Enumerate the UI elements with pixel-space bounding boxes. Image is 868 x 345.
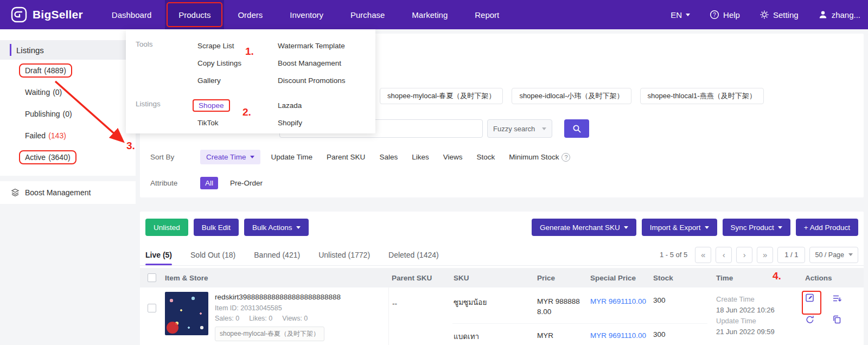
tab-banned[interactable]: Banned (421) <box>254 244 300 265</box>
import-export-label: Import & Export <box>650 223 701 232</box>
annotation-box-edit <box>802 291 821 315</box>
active-label: Active <box>25 153 46 162</box>
variants-cell: ซูมซูมน้อย MYR 9888888.00 MYR 9691110.00… <box>452 288 707 345</box>
nav-dashboard[interactable]: Dashboard <box>98 0 165 29</box>
annotation-number-1: 1. <box>245 46 254 58</box>
tab-live[interactable]: Live (5) <box>145 244 172 265</box>
sort-option-create-time[interactable]: Create Time <box>200 150 260 164</box>
tab-sold-out[interactable]: Sold Out (18) <box>190 244 235 265</box>
row-checkbox[interactable] <box>148 304 156 312</box>
language-label: EN <box>671 10 682 20</box>
sidebar-item-draft[interactable]: Draft (4889) <box>0 60 136 81</box>
product-store-tag: shopee-mylocal-春夏（及时下架） <box>215 327 324 341</box>
attribute-row: Attribute All Pre-Order <box>150 177 277 189</box>
variation-list-button[interactable] <box>832 293 848 315</box>
menu-item-watermark-template[interactable]: Watermark Template <box>278 37 358 54</box>
add-product-button[interactable]: + Add Product <box>796 219 858 236</box>
search-mode-label: Fuzzy search <box>493 125 535 133</box>
next-page-button[interactable]: › <box>736 247 752 263</box>
menu-item-gallery[interactable]: Gallery <box>197 72 278 89</box>
sidebar-item-waiting[interactable]: Waiting (0) <box>0 81 136 103</box>
app-logo[interactable]: BigSeller <box>0 7 98 23</box>
search-mode-select[interactable]: Fuzzy search <box>487 119 552 138</box>
pagination-range: 1 - 5 of 5 <box>660 251 687 259</box>
import-export-button[interactable]: Import & Export <box>642 219 717 236</box>
failed-count: (143) <box>48 131 66 140</box>
sort-option-stock[interactable]: Stock <box>476 153 495 161</box>
product-image[interactable] <box>165 292 208 335</box>
sort-option-views[interactable]: Views <box>443 153 463 161</box>
sidebar-item-failed[interactable]: Failed (143) <box>0 125 136 146</box>
nav-inventory[interactable]: Inventory <box>276 0 337 29</box>
toolbar-right: Generate Merchant SKU Import & Export Sy… <box>532 219 858 236</box>
store-tag[interactable]: shopee-thlocal1-燕燕（及时下架） <box>640 88 764 104</box>
tab-unlisted[interactable]: Unlisted (1772) <box>318 244 370 265</box>
sort-option-likes[interactable]: Likes <box>412 153 429 161</box>
menu-item-scrape-list[interactable]: Scrape List <box>197 37 278 54</box>
nav-report[interactable]: Report <box>461 0 513 29</box>
nav-products[interactable]: Products <box>165 0 224 29</box>
sort-option-parent-sku[interactable]: Parent SKU <box>327 153 365 161</box>
menu-item-tiktok[interactable]: TikTok <box>197 114 278 131</box>
annotation-number-3: 3. <box>126 140 135 152</box>
first-page-button[interactable]: « <box>695 247 711 263</box>
prev-page-button[interactable]: ‹ <box>716 247 732 263</box>
menu-item-copy-listings[interactable]: Copy Listings <box>197 54 278 72</box>
variant-special-price[interactable]: MYR 9691110.00 <box>590 296 653 323</box>
menu-item-discount-promotions[interactable]: Discount Promotions <box>278 72 358 89</box>
sort-option-update-time[interactable]: Update Time <box>271 153 313 161</box>
sidebar-section-listings[interactable]: Listings <box>0 40 136 60</box>
copy-button[interactable] <box>832 315 848 336</box>
failed-label: Failed <box>25 131 46 140</box>
username-label: zhang... <box>832 10 860 20</box>
attribute-option-pre-order[interactable]: Pre-Order <box>230 179 263 187</box>
generate-merchant-sku-button[interactable]: Generate Merchant SKU <box>532 219 636 236</box>
sidebar-item-active[interactable]: Active (3640) <box>0 146 136 168</box>
create-time-label: Create Time <box>716 294 790 305</box>
help-button[interactable]: ? Help <box>710 10 740 20</box>
store-tag[interactable]: shopee-idlocal-小玮（及时下架） <box>512 88 631 104</box>
header-special-price: Special Price <box>590 274 653 282</box>
draft-label: Draft <box>25 66 41 75</box>
bulk-edit-button[interactable]: Bulk Edit <box>194 219 239 236</box>
attribute-option-all[interactable]: All <box>200 177 218 189</box>
sidebar-item-boost-management[interactable]: Boost Management <box>0 181 136 204</box>
unlisted-button[interactable]: Unlisted <box>145 219 188 236</box>
nav-purchase[interactable]: Purchase <box>337 0 398 29</box>
last-page-button[interactable]: » <box>757 247 773 263</box>
page-size-select[interactable]: 50 / Page <box>809 247 858 263</box>
sort-option-minimum-stock[interactable]: Minimum Stock ? <box>509 153 570 162</box>
bigseller-logo-icon <box>11 7 27 23</box>
brand-name: BigSeller <box>33 8 83 21</box>
menu-item-shopee[interactable]: Shopee <box>197 97 278 114</box>
edit-button[interactable] <box>805 293 815 312</box>
sort-option-sales[interactable]: Sales <box>379 153 398 161</box>
sort-by-row: Sort By Create Time Update Time Parent S… <box>150 150 584 164</box>
minimum-stock-label: Minimum Stock <box>509 153 559 161</box>
setting-label: Setting <box>773 10 799 20</box>
sidebar-item-publishing[interactable]: Publishing (0) <box>0 103 136 125</box>
language-selector[interactable]: EN <box>671 10 690 20</box>
tab-deleted[interactable]: Deleted (1424) <box>388 244 439 265</box>
variant-row: แบดเทา MYR MYR 9691110.00 300 <box>452 323 707 342</box>
search-button[interactable] <box>564 119 589 138</box>
setting-button[interactable]: Setting <box>760 10 799 20</box>
nav-orders[interactable]: Orders <box>224 0 276 29</box>
store-tag[interactable]: shopee-mylocal-春夏（及时下架） <box>380 88 503 104</box>
sync-button[interactable] <box>805 315 821 336</box>
menu-item-shopify[interactable]: Shopify <box>278 114 358 131</box>
tools-group-label: Tools <box>136 37 197 89</box>
variant-special-price[interactable]: MYR 9691110.00 <box>590 330 653 342</box>
sync-product-button[interactable]: Sync Product <box>723 219 790 236</box>
select-all-checkbox[interactable] <box>148 273 156 282</box>
user-icon <box>818 10 828 20</box>
product-title[interactable]: redskirt3988888888888888888888888 <box>215 293 341 301</box>
question-circle-icon[interactable]: ? <box>561 153 570 162</box>
draft-count: (4889) <box>44 66 66 75</box>
bulk-actions-button[interactable]: Bulk Actions <box>244 219 309 236</box>
nav-marketing[interactable]: Marketing <box>398 0 461 29</box>
menu-item-boost-management[interactable]: Boost Management <box>278 54 358 72</box>
user-menu[interactable]: zhang... <box>818 10 860 20</box>
listings-group-label: Listings <box>136 97 197 131</box>
menu-item-lazada[interactable]: Lazada <box>278 97 358 114</box>
